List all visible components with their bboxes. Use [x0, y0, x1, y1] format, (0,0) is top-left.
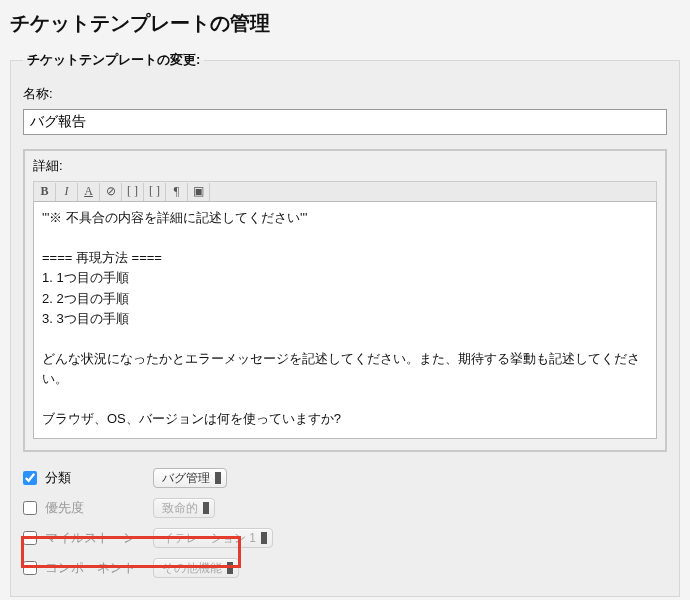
milestone-label: マイルストーン [45, 529, 145, 547]
type-row: 分類 バグ管理 ▲▼ [23, 466, 667, 490]
bracket1-icon[interactable]: [ ] [122, 183, 144, 201]
priority-select[interactable]: 致命的 ▲▼ [153, 498, 215, 518]
component-label: コンポーネント [45, 559, 145, 577]
details-textarea[interactable] [33, 201, 657, 439]
chevron-updown-icon: ▲▼ [261, 530, 268, 546]
milestone-checkbox[interactable] [23, 531, 37, 545]
milestone-row: マイルストーン イテレーション 1 ▲▼ [23, 526, 667, 550]
priority-row: 優先度 致命的 ▲▼ [23, 496, 667, 520]
component-row: コンポーネント その他機能 ▲▼ [23, 556, 667, 580]
type-checkbox[interactable] [23, 471, 37, 485]
bold-icon[interactable]: B [34, 183, 56, 201]
priority-select-value: 致命的 [162, 500, 198, 517]
fieldset-legend: チケットテンプレートの変更: [23, 51, 204, 69]
editor-toolbar: B I A ⊘ [ ] [ ] ¶ ▣ [33, 181, 657, 201]
details-section: 詳細: B I A ⊘ [ ] [ ] ¶ ▣ [23, 149, 667, 452]
template-fieldset: チケットテンプレートの変更: 名称: 詳細: B I A ⊘ [ ] [ ] ¶… [10, 51, 680, 597]
page-title: チケットテンプレートの管理 [10, 0, 680, 51]
type-select-value: バグ管理 [162, 470, 210, 487]
type-label: 分類 [45, 469, 145, 487]
italic-icon[interactable]: I [56, 183, 78, 201]
priority-checkbox[interactable] [23, 501, 37, 515]
component-checkbox[interactable] [23, 561, 37, 575]
type-select[interactable]: バグ管理 ▲▼ [153, 468, 227, 488]
chevron-updown-icon: ▲▼ [203, 500, 210, 516]
priority-label: 優先度 [45, 499, 145, 517]
chevron-updown-icon: ▲▼ [215, 470, 222, 486]
field-group: 分類 バグ管理 ▲▼ 優先度 致命的 ▲▼ マイルストーン イテレーション 1 [23, 466, 667, 580]
bracket2-icon[interactable]: [ ] [144, 183, 166, 201]
details-label: 詳細: [33, 157, 657, 175]
underline-icon[interactable]: A [78, 183, 100, 201]
image-icon[interactable]: ▣ [188, 183, 210, 201]
pilcrow-icon[interactable]: ¶ [166, 183, 188, 201]
milestone-select[interactable]: イテレーション 1 ▲▼ [153, 528, 273, 548]
name-label: 名称: [23, 85, 667, 103]
chevron-updown-icon: ▲▼ [227, 560, 234, 576]
milestone-select-value: イテレーション 1 [162, 530, 256, 547]
name-input[interactable] [23, 109, 667, 135]
link-icon[interactable]: ⊘ [100, 183, 122, 201]
component-select[interactable]: その他機能 ▲▼ [153, 558, 239, 578]
component-select-value: その他機能 [162, 560, 222, 577]
